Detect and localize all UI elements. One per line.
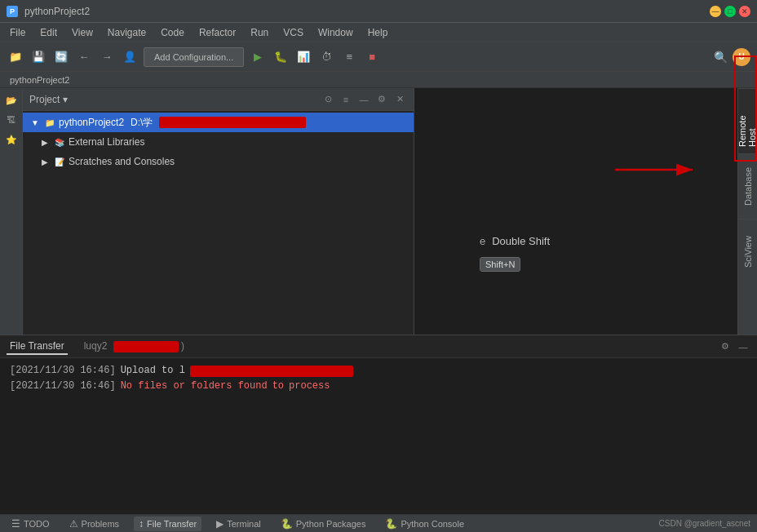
- tree-item-label: External Libraries: [69, 136, 144, 148]
- project-panel-title-label: Project: [29, 94, 60, 105]
- user-avatar[interactable]: U: [733, 48, 750, 66]
- tree-arrow-icon: ▶: [39, 136, 51, 148]
- search-hint-double-shift: e Double Shift: [480, 235, 550, 247]
- close-button[interactable]: ✕: [739, 6, 750, 17]
- status-todo[interactable]: ☰ TODO: [7, 516, 55, 531]
- minimize-button[interactable]: —: [710, 6, 721, 17]
- tree-item-external-libs[interactable]: ▶ 📚 External Libraries: [23, 132, 414, 152]
- status-file-transfer[interactable]: ↕ File Transfer: [134, 516, 201, 531]
- search-hint-shift-n: Shift+N: [480, 257, 520, 272]
- toolbar-coverage-btn[interactable]: 📊: [294, 48, 312, 66]
- toolbar-debug-btn[interactable]: 🐛: [272, 48, 290, 66]
- status-right-text: CSDN @gradient_ascnet: [659, 519, 750, 528]
- toolbar-user-btn[interactable]: 👤: [121, 48, 139, 66]
- menu-run[interactable]: Run: [244, 25, 275, 40]
- project-panel-title[interactable]: Project ▾: [29, 94, 68, 105]
- project-panel-dropdown-icon: ▾: [63, 94, 68, 105]
- python-packages-label: Python Packages: [296, 519, 366, 529]
- panel-settings-btn[interactable]: ⚙: [374, 92, 389, 107]
- tree-arrow-icon: ▼: [29, 117, 41, 128]
- project-name-label: pythonProject2: [10, 75, 69, 85]
- left-sidebar-strip: 📂 🏗 ⭐: [0, 88, 23, 335]
- toolbar-forward-btn[interactable]: →: [98, 48, 116, 66]
- panel-expand-btn[interactable]: ≡: [339, 92, 353, 107]
- problems-label: Problems: [82, 519, 119, 529]
- add-configuration-button[interactable]: Add Configuration...: [144, 47, 244, 67]
- log-timestamp-2: [2021/11/30 16:46]: [10, 379, 116, 394]
- tree-item-redacted: [159, 117, 306, 128]
- tree-item-scratches[interactable]: ▶ 📝 Scratches and Consoles: [23, 152, 414, 171]
- menu-vcs[interactable]: VCS: [277, 25, 310, 40]
- bottom-panel-actions: ⚙ —: [718, 339, 750, 354]
- status-bar-right: CSDN @gradient_ascnet: [659, 519, 750, 528]
- status-python-packages[interactable]: 🐍 Python Packages: [276, 516, 371, 531]
- maximize-button[interactable]: □: [724, 6, 736, 17]
- log-line-1: [2021/11/30 16:46] Upload to l: [10, 363, 747, 379]
- menu-edit[interactable]: Edit: [33, 25, 64, 40]
- bottom-settings-btn[interactable]: ⚙: [718, 339, 733, 354]
- toolbar-stop-btn[interactable]: ■: [363, 48, 381, 66]
- folder-icon: 📁: [44, 117, 55, 128]
- toolbar-run-btn[interactable]: ▶: [249, 48, 267, 66]
- toolbar-sync-btn[interactable]: 🔄: [52, 48, 70, 66]
- toolbar: 📁 💾 🔄 ← → 👤 Add Configuration... ▶ 🐛 📊 ⏱…: [0, 42, 757, 72]
- status-python-console[interactable]: 🐍 Python Console: [380, 516, 469, 531]
- python-console-label: Python Console: [401, 519, 464, 529]
- file-transfer-icon: ↕: [139, 518, 144, 530]
- right-tab-sciview[interactable]: SciView: [738, 219, 757, 284]
- toolbar-project-btn[interactable]: 📁: [7, 48, 24, 66]
- log-keyword-to: to: [272, 379, 284, 394]
- terminal-icon: ▶: [216, 518, 224, 530]
- double-shift-label: Double Shift: [492, 235, 550, 247]
- right-tab-remote-host[interactable]: Remote Host: [738, 88, 757, 153]
- panel-collapse-btn[interactable]: —: [356, 92, 371, 107]
- menu-bar: File Edit View Navigate Code Refactor Ru…: [0, 23, 757, 42]
- project-tree: ▼ 📁 pythonProject2 D:\学 ▶ 📚 External Lib…: [23, 111, 414, 335]
- menu-refactor[interactable]: Refactor: [193, 25, 242, 40]
- menu-code[interactable]: Code: [154, 25, 191, 40]
- menu-view[interactable]: View: [65, 25, 100, 40]
- window-controls: — □ ✕: [710, 6, 750, 17]
- bottom-tab-file-transfer[interactable]: File Transfer: [7, 339, 68, 355]
- log-timestamp-1: [2021/11/30 16:46]: [10, 363, 116, 379]
- tree-item-label: Scratches and Consoles: [69, 156, 175, 167]
- title-bar: P pythonProject2 — □ ✕: [0, 0, 757, 23]
- search-hint-prefix-e: e: [480, 235, 485, 247]
- bottom-minimize-btn[interactable]: —: [736, 339, 750, 354]
- left-strip-structure-btn[interactable]: 🏗: [2, 111, 20, 129]
- toolbar-back-btn[interactable]: ←: [75, 48, 93, 66]
- external-libs-icon: 📚: [54, 136, 65, 148]
- search-button[interactable]: 🔍: [711, 48, 729, 66]
- search-hint-overlay: e Double Shift Shift+N: [414, 235, 737, 272]
- menu-window[interactable]: Window: [312, 25, 360, 40]
- menu-help[interactable]: Help: [361, 25, 395, 40]
- content-wrapper: 📂 🏗 ⭐ Project ▾ ⊙ ≡ — ⚙ ✕: [0, 88, 757, 532]
- left-strip-favorites-btn[interactable]: ⭐: [2, 131, 20, 149]
- app-icon: P: [7, 6, 18, 17]
- toolbar-save-btn[interactable]: 💾: [29, 48, 47, 66]
- menu-navigate[interactable]: Navigate: [101, 25, 153, 40]
- menu-file[interactable]: File: [3, 25, 32, 40]
- toolbar-right: 🔍 U: [711, 48, 750, 66]
- toolbar-more-btn[interactable]: ≡: [340, 48, 358, 66]
- python-packages-icon: 🐍: [281, 518, 293, 530]
- bottom-panel-tabs: File Transfer luqy2 ): [7, 339, 188, 355]
- status-problems[interactable]: ⚠ Problems: [64, 516, 124, 531]
- middle-row: 📂 🏗 ⭐ Project ▾ ⊙ ≡ — ⚙ ✕: [0, 88, 757, 335]
- tree-item-project-root[interactable]: ▼ 📁 pythonProject2 D:\学: [23, 113, 414, 132]
- tree-arrow-icon: ▶: [39, 156, 51, 167]
- log-line-2: [2021/11/30 16:46] No files or folders f…: [10, 379, 747, 394]
- status-terminal[interactable]: ▶ Terminal: [211, 516, 266, 531]
- panel-scroll-btn[interactable]: ⊙: [321, 92, 335, 107]
- log-text-3: process: [289, 379, 330, 394]
- tree-item-label: pythonProject2: [59, 117, 124, 128]
- bottom-panel-header: File Transfer luqy2 ) ⚙ —: [0, 335, 757, 358]
- left-strip-project-btn[interactable]: 📂: [2, 91, 20, 109]
- luqy2-redacted: [113, 341, 179, 352]
- right-tab-database[interactable]: Database: [738, 153, 757, 219]
- panel-close-btn[interactable]: ✕: [392, 92, 407, 107]
- toolbar-profile-btn[interactable]: ⏱: [317, 48, 335, 66]
- bottom-tab-luqy2[interactable]: luqy2 ): [81, 339, 188, 354]
- todo-label: TODO: [24, 519, 50, 529]
- project-panel: Project ▾ ⊙ ≡ — ⚙ ✕ ▼ 📁 pythonProject2 D: [23, 88, 414, 335]
